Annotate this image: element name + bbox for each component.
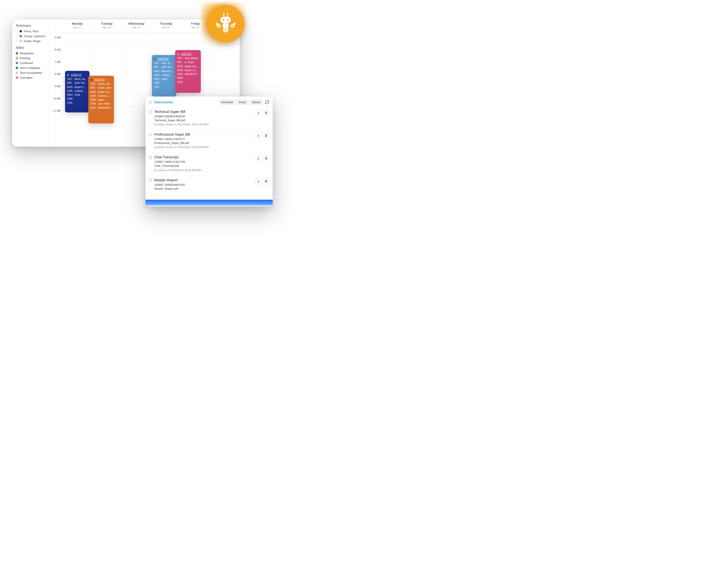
event-id[interactable]: #103714 <box>71 73 81 76</box>
day-column[interactable]: Wednesday Apr 19 <box>122 20 151 33</box>
documents-header: Documents Download Email Upload <box>146 96 273 107</box>
time-cell[interactable] <box>62 57 92 69</box>
time-cell[interactable] <box>181 33 210 45</box>
select-all-checkbox[interactable] <box>149 101 152 104</box>
technician-checkbox[interactable] <box>16 30 18 32</box>
calendar-event[interactable]: #103719TEC: Clarke, Mich…PAT: Smith. Joh… <box>88 76 114 123</box>
time-cell[interactable] <box>92 57 122 69</box>
event-field-value: Cofield, Jeff… <box>98 94 112 97</box>
technician-item[interactable]: Young, Lawrence <box>16 35 47 38</box>
event-field-label: STR: <box>177 80 184 84</box>
download-icon[interactable] <box>255 133 261 139</box>
document-checkbox[interactable] <box>149 179 152 182</box>
document-checkbox[interactable] <box>149 133 152 136</box>
document-title[interactable]: Chat Transcript <box>154 155 255 159</box>
time-cell[interactable] <box>122 57 151 69</box>
time-cell[interactable] <box>62 33 92 45</box>
event-field-label: PAT: <box>90 86 97 90</box>
delete-icon[interactable] <box>263 155 269 162</box>
delete-icon[interactable] <box>263 178 269 185</box>
status-color-dot <box>16 52 18 55</box>
technician-color-dot <box>20 35 22 37</box>
day-date: Apr 19 <box>122 26 151 29</box>
day-name: Monday <box>62 22 92 25</box>
time-cell[interactable] <box>122 33 151 45</box>
status-color-dot <box>16 72 18 74</box>
event-field-value: David, Lucas <box>185 69 199 72</box>
event-field-label: HOS: <box>90 90 97 94</box>
event-field-value: Cofield, Jeff… <box>75 89 87 92</box>
technician-label: Foster, Roger <box>24 39 41 43</box>
event-field-label: PRO: <box>177 72 184 76</box>
download-button[interactable]: Download <box>219 100 235 105</box>
document-checkbox[interactable] <box>149 156 152 159</box>
delete-icon[interactable] <box>263 133 269 139</box>
time-cell[interactable] <box>210 82 240 94</box>
time-cell[interactable] <box>122 45 151 57</box>
time-cell[interactable] <box>210 57 240 69</box>
event-field-value: ertert <box>161 78 167 80</box>
day-column[interactable]: Monday Apr 17 <box>62 20 92 33</box>
status-label: Tech Incompleted <box>20 72 42 74</box>
event-field-value: Marvel Care <box>161 69 174 73</box>
documents-panel: Documents Download Email Upload Technica… <box>146 96 273 206</box>
day-column[interactable]: Thursday Apr 20 <box>151 20 181 33</box>
event-field-label: TEC: <box>154 61 161 65</box>
technician-item[interactable]: Perez, Paul <box>16 30 47 33</box>
time-cell[interactable] <box>122 69 151 82</box>
event-field-value: Cofield, Jeff… <box>161 74 174 77</box>
email-button[interactable]: Email <box>236 100 248 105</box>
event-field-value: Spine <box>98 98 104 101</box>
time-cell[interactable] <box>92 45 122 57</box>
calendar-event[interactable]: #103752TEC: Tech,AkashPAT: 6, CaseHOS: A… <box>175 50 201 93</box>
event-field-label: PRO: <box>67 93 74 97</box>
document-title[interactable]: Professional Super Bill <box>154 133 255 136</box>
event-field-label: HOS: <box>154 69 161 73</box>
status-item: Tech Incompleted <box>16 72 47 74</box>
status-item: Cancelled <box>16 76 47 79</box>
refresh-icon[interactable] <box>265 100 269 104</box>
hour-label: 10 AM <box>49 94 62 106</box>
document-title[interactable]: Reader Report <box>154 178 255 182</box>
time-cell[interactable] <box>122 82 151 94</box>
document-title[interactable]: Technical Super Bill <box>154 110 255 114</box>
event-field-label: TRN: <box>90 102 97 106</box>
download-icon[interactable] <box>255 155 261 162</box>
time-row: 7 AM <box>49 57 240 69</box>
time-cell[interactable] <box>210 69 240 82</box>
technician-item[interactable]: Foster, Roger <box>16 39 47 43</box>
document-checkbox[interactable] <box>149 110 152 113</box>
technicians-heading: Technicians <box>16 24 47 27</box>
calendar-event[interactable]: #103714TEC: Bond, JamesPAT: John Tech, A… <box>65 71 89 112</box>
document-item: Technical Super Bill 103804-168303195401… <box>146 107 273 130</box>
day-column[interactable]: Tuesday Apr 18 <box>92 20 122 33</box>
event-field-label: SUR: <box>177 68 184 72</box>
svg-point-11 <box>225 29 227 31</box>
event-field-value: 6, Case <box>185 61 193 63</box>
delete-icon[interactable] <box>263 110 269 116</box>
technician-checkbox[interactable] <box>16 40 18 42</box>
status-color-dot <box>16 77 18 79</box>
upload-button[interactable]: Upload <box>250 100 262 105</box>
technician-label: Young, Lawrence <box>24 35 45 38</box>
status-color-dot <box>16 62 18 64</box>
event-id[interactable]: #103719 <box>158 57 168 60</box>
download-icon[interactable] <box>255 110 261 116</box>
calendar-event[interactable]: #103719TEC: Tech, EmmaPAT: John Tech, A…… <box>152 55 176 96</box>
event-id[interactable]: #103719 <box>94 78 105 81</box>
time-row: 6 AM <box>49 45 240 57</box>
time-cell[interactable] <box>92 33 122 45</box>
day-column[interactable]: Friday Apr 21 <box>181 20 210 33</box>
time-cell[interactable] <box>210 45 240 57</box>
download-icon[interactable] <box>255 178 261 185</box>
time-cell[interactable] <box>151 33 181 45</box>
technician-checkbox[interactable] <box>16 35 18 37</box>
document-byline: by Admin, Admin on 05/02/2023, 08:52 AM … <box>154 123 255 126</box>
document-byline: by System on 05/03/2023, 05:05 AM MST <box>154 169 255 172</box>
event-id[interactable]: #103752 <box>181 53 191 55</box>
hour-label: 9 AM <box>49 82 62 94</box>
event-field-value: URURUYT <box>185 73 197 76</box>
hour-label: 11 AM <box>49 106 62 118</box>
status-item: Requested <box>16 52 47 55</box>
time-cell[interactable] <box>62 45 92 57</box>
